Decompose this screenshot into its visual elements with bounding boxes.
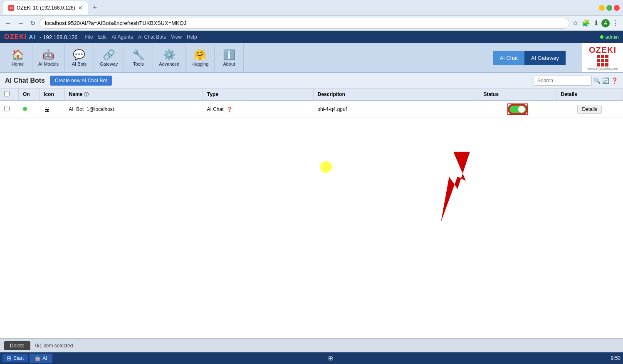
name-info-icon[interactable]: ⓘ bbox=[84, 91, 89, 98]
row-icon-cell: 🖨 bbox=[40, 101, 65, 118]
app-logo: OZEKI AI bbox=[4, 33, 35, 41]
home-icon: 🏠 bbox=[12, 49, 24, 61]
col-on-label: On bbox=[23, 91, 30, 97]
gateway-icon: 🔗 bbox=[103, 49, 115, 61]
tools-icon: 🔧 bbox=[132, 49, 145, 61]
admin-label: admin bbox=[605, 34, 619, 40]
toolbar-hugging[interactable]: 🤗 Hugging bbox=[185, 44, 215, 71]
grid-cell-9 bbox=[605, 63, 608, 66]
search-input[interactable] bbox=[534, 76, 592, 86]
details-button[interactable]: Details bbox=[577, 105, 602, 114]
extensions-icon[interactable]: 🧩 bbox=[581, 18, 591, 28]
col-header-details: Details bbox=[556, 89, 623, 101]
hugging-icon: 🤗 bbox=[194, 49, 206, 61]
select-all-checkbox[interactable] bbox=[4, 91, 10, 96]
toolbar-about-label: About bbox=[223, 61, 235, 66]
delete-button[interactable]: Delete bbox=[4, 341, 30, 350]
grid-cell-6 bbox=[605, 59, 608, 62]
row-checkbox[interactable] bbox=[4, 106, 10, 111]
col-header-on: On bbox=[19, 89, 40, 101]
menu-ai-agents[interactable]: AI Agents bbox=[111, 34, 133, 40]
type-info-icon[interactable]: ❓ bbox=[227, 107, 232, 112]
app-menu: File Edit AI Agents AI Chat Bots View He… bbox=[85, 34, 197, 40]
toolbar-gateway[interactable]: 🔗 Gateway bbox=[94, 44, 124, 71]
bot-name: AI_Bot_1@localhost bbox=[69, 106, 114, 112]
online-status-indicator bbox=[23, 107, 27, 111]
refresh-button[interactable]: 🔄 bbox=[602, 77, 609, 84]
row-online-cell bbox=[19, 101, 40, 118]
menu-edit[interactable]: Edit bbox=[98, 34, 107, 40]
reload-button[interactable]: ↻ bbox=[28, 18, 37, 28]
col-header-select bbox=[0, 89, 19, 101]
create-bot-button[interactable]: Create new AI Chat Bot bbox=[50, 76, 112, 86]
menu-ai-chat-bots[interactable]: AI Chat Bots bbox=[138, 34, 166, 40]
toolbar-ai-bots[interactable]: 💬 AI Bots bbox=[65, 44, 94, 71]
toolbar-about[interactable]: ℹ️ About bbox=[215, 44, 244, 71]
download-icon[interactable]: ⬇ bbox=[593, 18, 600, 28]
col-header-type: Type bbox=[203, 89, 313, 101]
row-checkbox-cell bbox=[0, 101, 19, 118]
menu-file[interactable]: File bbox=[85, 34, 93, 40]
toolbar-advanced[interactable]: ⚙️ Advanced bbox=[153, 44, 185, 71]
window-maximize-btn[interactable] bbox=[606, 5, 612, 11]
selection-status: 0/1 item selected bbox=[35, 343, 73, 349]
toolbar-ai-models[interactable]: 🤖 AI Models bbox=[32, 44, 65, 71]
window-close-btn[interactable] bbox=[614, 5, 620, 11]
status-toggle[interactable] bbox=[509, 105, 527, 114]
ozeki-subtitle: www.myozeki.com bbox=[587, 66, 618, 71]
toolbar-home[interactable]: 🏠 Home bbox=[3, 44, 32, 71]
menu-help[interactable]: Help bbox=[187, 34, 197, 40]
row-name-cell: AI_Bot_1@localhost bbox=[64, 101, 203, 118]
menu-dots-icon[interactable]: ⋮ bbox=[611, 18, 620, 28]
online-indicator bbox=[600, 35, 603, 39]
grid-cell-7 bbox=[597, 63, 600, 66]
url-bar[interactable] bbox=[40, 18, 569, 29]
toolbar-tools[interactable]: 🔧 Tools bbox=[124, 44, 153, 71]
back-button[interactable]: ← bbox=[3, 19, 13, 28]
ai-bots-icon: 💬 bbox=[73, 49, 85, 61]
admin-badge: admin bbox=[600, 34, 619, 40]
bookmark-icon[interactable]: ☆ bbox=[572, 18, 579, 28]
start-label: Start bbox=[13, 355, 24, 361]
row-details-cell: Details bbox=[556, 101, 623, 118]
menu-view[interactable]: View bbox=[171, 34, 182, 40]
window-minimize-btn[interactable] bbox=[599, 5, 605, 11]
new-tab-button[interactable]: + bbox=[93, 3, 97, 12]
address-bar: ← → ↻ ☆ 🧩 ⬇ A ⋮ bbox=[0, 16, 623, 31]
task-ai-item[interactable]: 🤖 AI bbox=[30, 354, 52, 363]
grid-cell-4 bbox=[597, 59, 600, 62]
status-toggle-highlight bbox=[507, 103, 528, 115]
page-title-bar: AI Chat Bots Create new AI Chat Bot 🔍 🔄 … bbox=[0, 73, 623, 89]
help-button[interactable]: ❓ bbox=[611, 77, 618, 84]
start-icon: ⊞ bbox=[7, 355, 12, 362]
advanced-icon: ⚙️ bbox=[163, 49, 176, 61]
ai-gateway-button[interactable]: AI Gateway bbox=[524, 51, 566, 65]
tab-close-btn[interactable]: ✕ bbox=[78, 5, 83, 11]
col-type-label: Type bbox=[207, 91, 218, 97]
col-status-label: Status bbox=[483, 91, 499, 97]
search-button[interactable]: 🔍 bbox=[593, 77, 601, 84]
window-controls bbox=[599, 5, 620, 11]
system-clock: 9:50 bbox=[611, 355, 621, 361]
table-body: 🖨 AI_Bot_1@localhost AI Chat ❓ phi-4-q4.… bbox=[0, 101, 623, 118]
grid-cell-8 bbox=[601, 63, 604, 66]
table-row: 🖨 AI_Bot_1@localhost AI Chat ❓ phi-4-q4.… bbox=[0, 101, 623, 118]
ai-chat-button[interactable]: AI Chat bbox=[493, 51, 524, 65]
forward-button[interactable]: → bbox=[16, 19, 26, 28]
status-bar: Delete 0/1 item selected bbox=[0, 338, 623, 352]
grid-cell-5 bbox=[601, 59, 604, 62]
col-header-name: Name ⓘ bbox=[64, 89, 203, 101]
browser-tab[interactable]: O OZEKI 10 (192.168.0.126) ✕ bbox=[3, 1, 88, 15]
search-area: 🔍 🔄 ❓ bbox=[534, 76, 618, 86]
grid-cell-2 bbox=[601, 55, 604, 58]
col-header-icon: Icon bbox=[40, 89, 65, 101]
tab-label: OZEKI 10 (192.168.0.126) bbox=[17, 5, 75, 11]
start-button[interactable]: ⊞ Start bbox=[2, 354, 28, 362]
task-ai-icon: 🤖 bbox=[35, 355, 41, 361]
page-title: AI Chat Bots bbox=[5, 77, 45, 84]
ai-action-buttons: AI Chat AI Gateway bbox=[493, 51, 566, 65]
profile-icon[interactable]: A bbox=[601, 19, 610, 27]
ozeki-grid bbox=[597, 55, 608, 66]
bot-icon: 🖨 bbox=[44, 106, 50, 113]
col-header-description: Description bbox=[313, 89, 479, 101]
